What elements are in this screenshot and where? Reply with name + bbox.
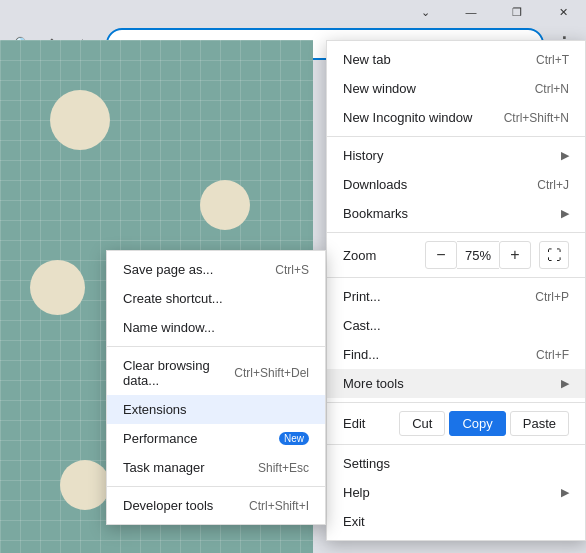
zoom-in-button[interactable]: + (499, 241, 531, 269)
circle-decoration (30, 260, 85, 315)
menu-item-new-window[interactable]: New window Ctrl+N (327, 74, 585, 103)
menu-item-exit[interactable]: Exit (327, 507, 585, 536)
top-close-btn[interactable]: ✕ (540, 0, 586, 24)
top-restore-btn[interactable]: ❐ (494, 0, 540, 24)
main-dropdown-menu: New tab Ctrl+T New window Ctrl+N New Inc… (326, 40, 586, 541)
zoom-row: Zoom − 75% + ⛶ (327, 237, 585, 273)
menu-item-settings[interactable]: Settings (327, 449, 585, 478)
submenu-item-clear-browsing[interactable]: Clear browsing data... Ctrl+Shift+Del (107, 351, 325, 395)
edit-row: Edit Cut Copy Paste (327, 407, 585, 440)
new-badge: New (279, 432, 309, 445)
restore-icon: ❐ (512, 6, 522, 19)
submenu-item-save[interactable]: Save page as... Ctrl+S (107, 255, 325, 284)
cut-button[interactable]: Cut (399, 411, 445, 436)
circle-decoration (200, 180, 250, 230)
menu-item-new-incognito[interactable]: New Incognito window Ctrl+Shift+N (327, 103, 585, 132)
menu-item-print[interactable]: Print... Ctrl+P (327, 282, 585, 311)
circle-decoration (60, 460, 110, 510)
menu-divider-2 (327, 232, 585, 233)
submenu-item-extensions[interactable]: Extensions (107, 395, 325, 424)
menu-item-more-tools[interactable]: More tools ▶ (327, 369, 585, 398)
menu-item-new-tab[interactable]: New tab Ctrl+T (327, 45, 585, 74)
submenu-item-shortcut[interactable]: Create shortcut... (107, 284, 325, 313)
submenu-divider-2 (107, 486, 325, 487)
zoom-out-button[interactable]: − (425, 241, 457, 269)
chevron-down-icon: ⌄ (421, 6, 430, 19)
menu-divider-5 (327, 444, 585, 445)
close-icon: ✕ (559, 6, 568, 19)
menu-divider-4 (327, 402, 585, 403)
menu-divider-1 (327, 136, 585, 137)
fullscreen-button[interactable]: ⛶ (539, 241, 569, 269)
submenu-item-devtools[interactable]: Developer tools Ctrl+Shift+I (107, 491, 325, 520)
minimize-icon: — (466, 6, 477, 18)
top-chevron-btn[interactable]: ⌄ (402, 0, 448, 24)
submenu-item-performance[interactable]: Performance New (107, 424, 325, 453)
submenu-item-name-window[interactable]: Name window... (107, 313, 325, 342)
menu-item-history[interactable]: History ▶ (327, 141, 585, 170)
menu-item-bookmarks[interactable]: Bookmarks ▶ (327, 199, 585, 228)
paste-button[interactable]: Paste (510, 411, 569, 436)
menu-item-cast[interactable]: Cast... (327, 311, 585, 340)
submenu-item-task-manager[interactable]: Task manager Shift+Esc (107, 453, 325, 482)
menu-item-downloads[interactable]: Downloads Ctrl+J (327, 170, 585, 199)
copy-button[interactable]: Copy (449, 411, 505, 436)
zoom-value: 75% (457, 241, 499, 269)
menu-item-help[interactable]: Help ▶ (327, 478, 585, 507)
top-minimize-btn[interactable]: — (448, 0, 494, 24)
top-window-bar: ⌄ — ❐ ✕ (0, 0, 586, 24)
menu-divider-3 (327, 277, 585, 278)
submenu-divider-1 (107, 346, 325, 347)
more-tools-submenu: Save page as... Ctrl+S Create shortcut..… (106, 250, 326, 525)
menu-item-find[interactable]: Find... Ctrl+F (327, 340, 585, 369)
fullscreen-icon: ⛶ (547, 247, 561, 263)
circle-decoration (50, 90, 110, 150)
